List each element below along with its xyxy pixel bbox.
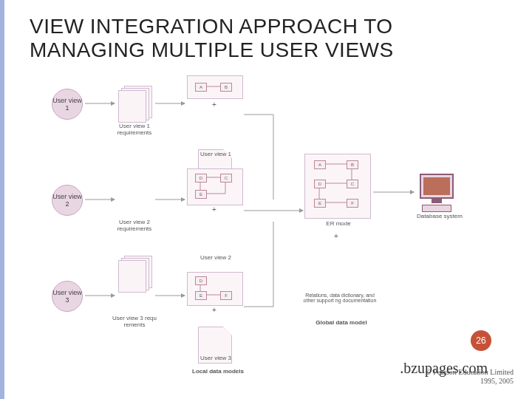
user-view-2-circle: User view 2	[52, 185, 83, 216]
global-er-label: ER mode	[309, 220, 368, 227]
local-doc-2-label: User view 2	[186, 254, 245, 261]
copyright-text: © Pearson Education Limited1995, 2005	[426, 368, 514, 386]
user-view-2-req-label: User view 2 requirements	[105, 219, 164, 232]
page-number-badge: 26	[471, 330, 491, 351]
user-view-2-requirements	[118, 256, 152, 293]
database-system-label: Database system	[410, 213, 469, 219]
user-view-1-requirements	[118, 86, 152, 123]
global-doc-label: Relations, data dictionary, and other su…	[303, 293, 377, 303]
user-view-1-req-label: User view 1 requirements	[105, 123, 164, 136]
user-view-1-circle: User view 1	[52, 89, 83, 120]
local-doc-1-label: User view 1	[186, 151, 245, 157]
slide-title: VIEW INTEGRATION APPROACH TO MANAGING MU…	[30, 15, 510, 62]
user-view-3-req-label: User view 3 requ rements	[105, 315, 164, 328]
local-caption: Local data models	[181, 368, 255, 375]
local-doc-3-label: User view 3	[186, 355, 245, 361]
diagram: User view 1 User view 1 requirements A B…	[44, 74, 488, 369]
local-er-1: A B	[187, 75, 243, 99]
global-caption: Global data model	[304, 319, 378, 326]
user-view-3-circle: User view 3	[52, 281, 83, 312]
database-system-icon	[417, 174, 456, 212]
local-er-2: D C E	[187, 168, 243, 205]
global-er: A B D C E F	[304, 154, 371, 219]
local-er-3: D E F	[187, 272, 243, 306]
